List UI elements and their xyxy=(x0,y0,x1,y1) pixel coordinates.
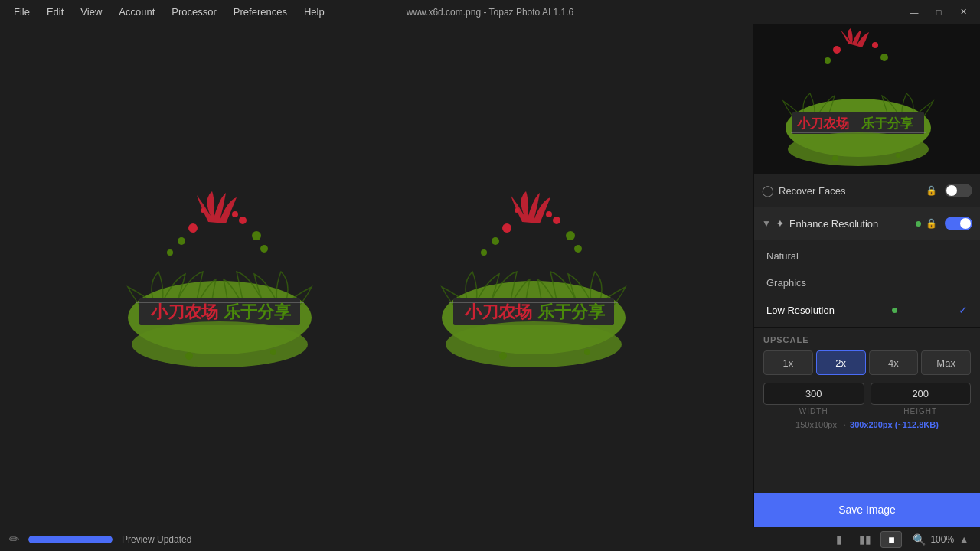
height-field: HEIGHT xyxy=(871,383,972,416)
width-field: WIDTH xyxy=(763,383,864,416)
svg-text:小刀农场: 小刀农场 xyxy=(464,302,532,321)
svg-point-32 xyxy=(499,352,507,360)
selected-dot xyxy=(892,308,897,313)
svg-point-16 xyxy=(270,349,276,355)
svg-point-31 xyxy=(446,321,622,367)
menu-help[interactable]: Help xyxy=(296,3,332,21)
canvas-area[interactable]: 小刀农场 乐于分享 xyxy=(0,24,753,527)
menu-processor[interactable]: Processor xyxy=(164,3,224,21)
maximize-button[interactable]: □ xyxy=(928,5,949,20)
svg-point-33 xyxy=(584,349,590,355)
svg-point-7 xyxy=(167,249,173,256)
mode-graphics[interactable]: Graphics xyxy=(754,269,980,296)
options-icon[interactable]: ✏ xyxy=(9,532,19,546)
save-image-button[interactable]: Save Image xyxy=(754,493,980,527)
right-panel: 小刀农场 乐于分享 ◯ Recover Faces 🔒 ▼ xyxy=(753,24,980,527)
height-label: HEIGHT xyxy=(871,407,972,416)
mode-low-resolution[interactable]: Low Resolution ✓ xyxy=(754,296,980,324)
upscale-1x[interactable]: 1x xyxy=(763,350,813,375)
resolution-info: 150x100px → 300x200px (~112.8KB) xyxy=(763,420,971,429)
single-view-button[interactable]: ▮ xyxy=(828,531,850,548)
recover-faces-section: ◯ Recover Faces 🔒 xyxy=(754,174,980,207)
svg-point-1 xyxy=(188,223,198,233)
lock-icon-enhance: 🔒 xyxy=(926,218,937,229)
menu-account[interactable]: Account xyxy=(111,3,162,21)
menu-view[interactable]: View xyxy=(73,3,109,21)
upscale-label: UPSCALE xyxy=(763,335,971,344)
side-by-side-button[interactable]: ▮▮ xyxy=(854,531,876,548)
split-view-button[interactable]: ■ xyxy=(880,531,902,548)
view-controls: ▮ ▮▮ ■ xyxy=(828,531,902,548)
toggle-knob xyxy=(946,185,957,196)
width-input[interactable] xyxy=(763,383,864,405)
enhance-resolution-header[interactable]: ▼ ✦ Enhance Resolution 🔒 xyxy=(754,207,980,240)
enhance-icon: ✦ xyxy=(776,217,785,230)
svg-text:乐于分享: 乐于分享 xyxy=(223,302,292,321)
svg-point-45 xyxy=(788,132,929,166)
menu-edit[interactable]: Edit xyxy=(39,3,71,21)
svg-point-21 xyxy=(546,211,552,217)
menu-preferences[interactable]: Preferences xyxy=(226,3,295,21)
recover-faces-toggle[interactable] xyxy=(945,184,972,197)
svg-text:小刀农场: 小刀农场 xyxy=(796,116,849,131)
natural-label: Natural xyxy=(766,250,799,262)
upscale-4x[interactable]: 4x xyxy=(869,350,919,375)
svg-point-37 xyxy=(825,57,831,64)
recover-faces-title: Recover Faces xyxy=(779,185,921,197)
recover-faces-header: ◯ Recover Faces 🔒 xyxy=(754,174,980,207)
check-icon: ✓ xyxy=(959,304,968,316)
svg-point-35 xyxy=(833,46,841,54)
active-indicator xyxy=(916,221,921,227)
svg-text:乐于分享: 乐于分享 xyxy=(537,302,606,321)
window-controls: — □ ✕ xyxy=(903,5,974,20)
svg-point-24 xyxy=(481,249,487,256)
low-resolution-label: Low Resolution xyxy=(766,305,835,316)
bottom-bar: ✏ Preview Updated ▮ ▮▮ ■ 🔍 100% ▲ xyxy=(0,527,980,551)
close-button[interactable]: ✕ xyxy=(952,5,974,20)
face-icon: ◯ xyxy=(762,184,774,197)
chevron-icon: ▼ xyxy=(762,218,771,229)
progress-bar-fill xyxy=(28,536,113,543)
svg-point-47 xyxy=(896,153,900,158)
svg-point-8 xyxy=(260,245,268,253)
preview-status: Preview Updated xyxy=(122,534,191,545)
svg-point-6 xyxy=(252,231,261,240)
svg-point-18 xyxy=(502,223,511,233)
svg-point-15 xyxy=(185,352,193,360)
svg-point-22 xyxy=(492,237,499,245)
menu-file[interactable]: File xyxy=(6,3,38,21)
titlebar: File Edit View Account Processor Prefere… xyxy=(0,0,980,24)
svg-point-4 xyxy=(232,211,238,217)
progress-bar-container xyxy=(28,536,113,543)
enhance-resolution-toggle[interactable] xyxy=(945,217,972,230)
mode-natural[interactable]: Natural xyxy=(754,243,980,269)
original-image-panel: 小刀农场 乐于分享 xyxy=(78,168,361,383)
svg-point-36 xyxy=(872,42,878,48)
svg-text:乐于分享: 乐于分享 xyxy=(861,116,914,131)
lock-icon: 🔒 xyxy=(926,185,937,196)
upscale-buttons: 1x 2x 4x Max xyxy=(763,350,971,375)
enhance-resolution-section: ▼ ✦ Enhance Resolution 🔒 Natural Graphic… xyxy=(754,207,980,327)
minimize-button[interactable]: — xyxy=(903,5,925,20)
upscale-section: UPSCALE 1x 2x 4x Max WIDTH HEIGHT 150x10… xyxy=(754,327,980,437)
svg-point-23 xyxy=(566,231,575,240)
svg-point-25 xyxy=(574,245,582,253)
enhanced-image-panel: 小刀农场 乐于分享 xyxy=(392,168,675,383)
svg-point-2 xyxy=(239,217,247,224)
menu-bar: File Edit View Account Processor Prefere… xyxy=(6,3,332,21)
svg-point-19 xyxy=(553,217,560,224)
zoom-level: 100% xyxy=(930,534,954,545)
svg-point-5 xyxy=(178,237,185,245)
image-comparison: 小刀农场 乐于分享 xyxy=(78,168,675,383)
svg-point-38 xyxy=(880,54,888,61)
mode-list: Natural Graphics Low Resolution ✓ xyxy=(754,240,980,327)
toggle-knob-enhance xyxy=(960,218,971,229)
upscale-max[interactable]: Max xyxy=(921,350,971,375)
height-input[interactable] xyxy=(871,383,972,405)
enhance-resolution-title: Enhance Resolution xyxy=(789,218,911,230)
width-label: WIDTH xyxy=(763,407,864,416)
zoom-container: 🔍 100% ▲ xyxy=(911,533,971,546)
upscale-2x[interactable]: 2x xyxy=(816,350,866,375)
zoom-up-button[interactable]: ▲ xyxy=(957,533,971,546)
dimension-row: WIDTH HEIGHT xyxy=(763,383,971,416)
